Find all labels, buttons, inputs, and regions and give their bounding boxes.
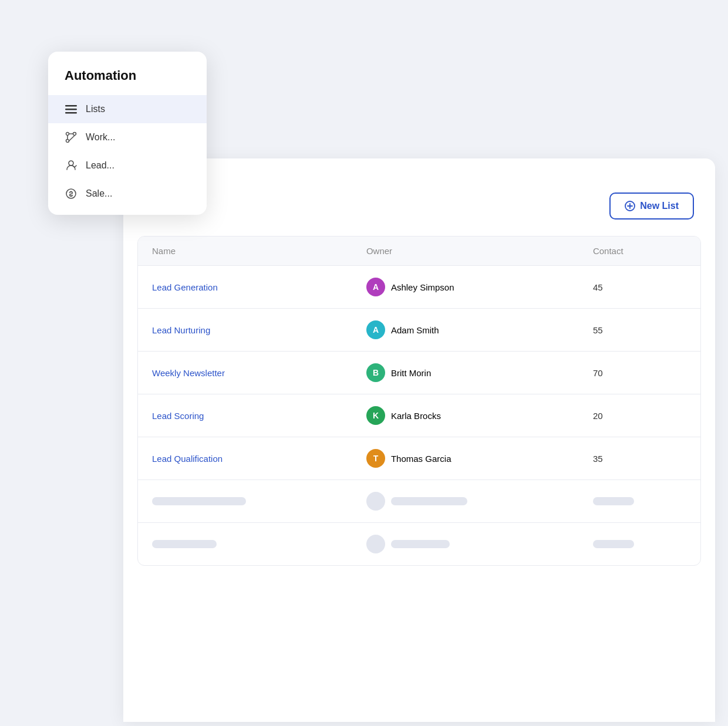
card-header: List New List bbox=[123, 178, 715, 236]
list-name-cell: Lead Nurturing bbox=[138, 309, 352, 352]
list-name-link[interactable]: Lead Generation bbox=[152, 282, 218, 292]
lists-label: Lists bbox=[86, 104, 105, 114]
plus-circle-icon bbox=[625, 201, 635, 211]
skeleton-name-cell bbox=[138, 523, 352, 566]
dropdown-title: Automation bbox=[48, 52, 207, 95]
list-owner-cell: TThomas Garcia bbox=[352, 437, 579, 480]
list-name-cell: Weekly Newsletter bbox=[138, 352, 352, 394]
skeleton-text bbox=[391, 540, 450, 548]
svg-point-3 bbox=[66, 133, 69, 136]
skeleton-bar bbox=[152, 540, 217, 548]
svg-rect-2 bbox=[65, 112, 77, 114]
contact-count: 20 bbox=[579, 394, 700, 437]
dropdown-item-workflows[interactable]: Work... bbox=[48, 123, 207, 151]
dropdown-item-leads[interactable]: Lead... bbox=[48, 151, 207, 180]
col-name: Name bbox=[138, 237, 352, 266]
lead-icon bbox=[65, 159, 77, 172]
list-owner-cell: AAshley Simpson bbox=[352, 266, 579, 309]
col-contact: Contact bbox=[579, 237, 700, 266]
skeleton-owner-cell bbox=[352, 480, 579, 523]
workflow-icon bbox=[65, 131, 77, 144]
owner-name: Ashley Simpson bbox=[391, 282, 454, 292]
new-list-label: New List bbox=[640, 201, 679, 211]
skeleton-count-bar bbox=[593, 497, 634, 505]
workflows-label: Work... bbox=[86, 132, 115, 143]
table-row: Lead QualificationTThomas Garcia35 bbox=[138, 437, 700, 480]
list-owner-cell: KKarla Brocks bbox=[352, 394, 579, 437]
owner-name: Britt Morin bbox=[391, 368, 431, 378]
contact-count: 45 bbox=[579, 266, 700, 309]
owner-name: Adam Smith bbox=[391, 325, 439, 335]
window-dots bbox=[123, 158, 715, 178]
dropdown-menu: Automation Lists Work... bbox=[48, 52, 207, 215]
lists-table: Name Owner Contact Lead GenerationAAshle… bbox=[137, 236, 701, 566]
skeleton-contact-cell bbox=[579, 523, 700, 566]
sales-label: Sale... bbox=[86, 188, 112, 199]
new-list-button[interactable]: New List bbox=[609, 193, 694, 220]
avatar: T bbox=[366, 449, 385, 468]
table-row: Lead ScoringKKarla Brocks20 bbox=[138, 394, 700, 437]
svg-point-4 bbox=[73, 133, 76, 136]
skeleton-row bbox=[138, 480, 700, 523]
skeleton-count-bar bbox=[593, 540, 634, 548]
menu-icon bbox=[65, 103, 77, 116]
col-owner: Owner bbox=[352, 237, 579, 266]
skeleton-contact-cell bbox=[579, 480, 700, 523]
main-card: List New List Name Owner Contact Lead Ge… bbox=[123, 158, 715, 722]
list-name-link[interactable]: Lead Nurturing bbox=[152, 325, 210, 335]
svg-rect-1 bbox=[65, 109, 77, 110]
list-name-link[interactable]: Weekly Newsletter bbox=[152, 368, 225, 378]
table-row: Weekly NewsletterBBritt Morin70 bbox=[138, 352, 700, 394]
list-owner-cell: AAdam Smith bbox=[352, 309, 579, 352]
table-header-row: Name Owner Contact bbox=[138, 237, 700, 266]
table-row: Lead NurturingAAdam Smith55 bbox=[138, 309, 700, 352]
avatar: A bbox=[366, 278, 385, 296]
skeleton-text bbox=[391, 497, 467, 505]
dropdown-item-sales[interactable]: Sale... bbox=[48, 180, 207, 208]
avatar: B bbox=[366, 363, 385, 382]
contact-count: 35 bbox=[579, 437, 700, 480]
skeleton-avatar bbox=[366, 492, 385, 511]
skeleton-avatar bbox=[366, 535, 385, 553]
skeleton-row bbox=[138, 523, 700, 566]
list-name-link[interactable]: Lead Qualification bbox=[152, 454, 223, 464]
dropdown-item-lists[interactable]: Lists bbox=[48, 95, 207, 123]
list-name-cell: Lead Generation bbox=[138, 266, 352, 309]
sales-icon bbox=[65, 187, 77, 200]
avatar: K bbox=[366, 406, 385, 425]
list-name-cell: Lead Qualification bbox=[138, 437, 352, 480]
avatar: A bbox=[366, 320, 385, 339]
list-owner-cell: BBritt Morin bbox=[352, 352, 579, 394]
skeleton-bar bbox=[152, 497, 246, 505]
owner-name: Karla Brocks bbox=[391, 411, 441, 421]
contact-count: 55 bbox=[579, 309, 700, 352]
list-name-link[interactable]: Lead Scoring bbox=[152, 411, 204, 421]
table-row: Lead GenerationAAshley Simpson45 bbox=[138, 266, 700, 309]
list-name-cell: Lead Scoring bbox=[138, 394, 352, 437]
skeleton-owner-cell bbox=[352, 523, 579, 566]
owner-name: Thomas Garcia bbox=[391, 454, 451, 464]
leads-label: Lead... bbox=[86, 160, 114, 171]
svg-line-8 bbox=[69, 136, 75, 141]
contact-count: 70 bbox=[579, 352, 700, 394]
svg-rect-0 bbox=[65, 105, 77, 107]
svg-point-5 bbox=[66, 140, 69, 143]
skeleton-name-cell bbox=[138, 480, 352, 523]
